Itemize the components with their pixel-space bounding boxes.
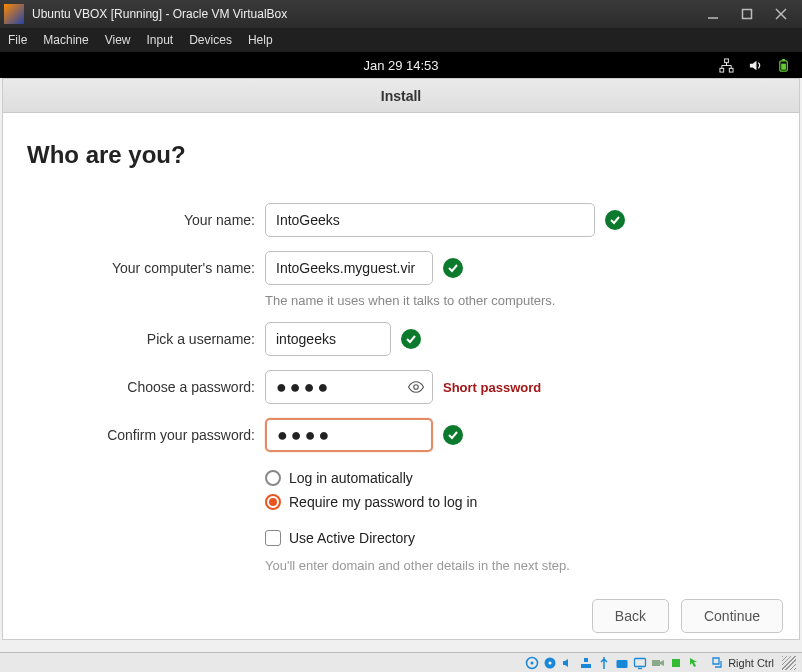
volume-icon[interactable] [748, 58, 763, 73]
label-confirm: Confirm your password: [27, 427, 255, 443]
vbox-window-title: Ubuntu VBOX [Running] - Oracle VM Virtua… [32, 7, 696, 21]
svg-rect-8 [782, 58, 785, 60]
menu-machine[interactable]: Machine [43, 33, 88, 47]
svg-point-14 [548, 661, 551, 664]
host-key-label: Right Ctrl [728, 657, 774, 669]
hdd-icon[interactable] [524, 655, 539, 670]
install-title: Install [381, 88, 421, 104]
svg-rect-16 [584, 658, 588, 662]
checkbox-label: Use Active Directory [289, 530, 415, 546]
computer-name-input[interactable] [265, 251, 433, 285]
audio-icon[interactable] [560, 655, 575, 670]
keyboard-icon [711, 656, 724, 669]
display-icon[interactable] [632, 655, 647, 670]
install-body: Who are you? Your name: Your computer's … [3, 113, 799, 639]
menu-input[interactable]: Input [147, 33, 174, 47]
menu-help[interactable]: Help [248, 33, 273, 47]
vbox-titlebar: Ubuntu VBOX [Running] - Oracle VM Virtua… [0, 0, 802, 28]
check-icon [401, 329, 421, 349]
label-computer: Your computer's name: [27, 260, 255, 276]
install-titlebar: Install [3, 79, 799, 113]
label-name: Your name: [27, 212, 255, 228]
name-input[interactable] [265, 203, 595, 237]
check-icon [443, 258, 463, 278]
svg-rect-6 [729, 68, 733, 72]
svg-rect-17 [616, 660, 627, 668]
back-button[interactable]: Back [592, 599, 669, 633]
eye-icon[interactable] [407, 378, 425, 396]
radio-icon [265, 470, 281, 486]
username-input[interactable] [265, 322, 391, 356]
recording-icon[interactable] [650, 655, 665, 670]
svg-point-12 [530, 661, 533, 664]
user-form: Your name: Your computer's name: The nam… [27, 203, 775, 573]
shared-folder-icon[interactable] [614, 655, 629, 670]
radio-require-password[interactable]: Require my password to log in [265, 494, 775, 510]
checkbox-icon [265, 530, 281, 546]
ubuntu-system-tray[interactable] [719, 58, 792, 73]
svg-rect-4 [725, 58, 729, 62]
menu-file[interactable]: File [8, 33, 27, 47]
vbox-status-icons [524, 655, 701, 670]
optical-icon[interactable] [542, 655, 557, 670]
minimize-button[interactable] [696, 3, 730, 25]
continue-button[interactable]: Continue [681, 599, 783, 633]
close-button[interactable] [764, 3, 798, 25]
network2-icon[interactable] [578, 655, 593, 670]
confirm-password-input[interactable] [265, 418, 433, 452]
vbox-statusbar: Right Ctrl [0, 652, 802, 672]
svg-point-10 [414, 385, 419, 390]
svg-rect-15 [581, 664, 591, 668]
vbox-menubar: File Machine View Input Devices Help [0, 28, 802, 52]
radio-label: Log in automatically [289, 470, 413, 486]
menu-devices[interactable]: Devices [189, 33, 232, 47]
battery-icon[interactable] [777, 58, 792, 73]
page-heading: Who are you? [27, 141, 775, 169]
svg-rect-20 [652, 660, 660, 666]
radio-icon [265, 494, 281, 510]
password-strength: Short password [443, 380, 541, 395]
checkbox-active-directory[interactable]: Use Active Directory [265, 530, 775, 546]
processor-icon[interactable] [668, 655, 683, 670]
resize-grip-icon[interactable] [782, 656, 796, 670]
svg-rect-9 [781, 63, 786, 69]
svg-rect-18 [634, 658, 645, 666]
network-icon[interactable] [719, 58, 734, 73]
ubuntu-topbar: Jan 29 14:53 [0, 52, 802, 78]
vbox-logo-icon [4, 4, 24, 24]
check-icon [605, 210, 625, 230]
label-username: Pick a username: [27, 331, 255, 347]
maximize-button[interactable] [730, 3, 764, 25]
host-key-indicator[interactable]: Right Ctrl [711, 656, 774, 669]
svg-rect-1 [743, 10, 752, 19]
radio-auto-login[interactable]: Log in automatically [265, 470, 775, 486]
mouse-integration-icon[interactable] [686, 655, 701, 670]
label-password: Choose a password: [27, 379, 255, 395]
active-directory-hint: You'll enter domain and other details in… [265, 558, 775, 573]
usb-icon[interactable] [596, 655, 611, 670]
menu-view[interactable]: View [105, 33, 131, 47]
check-icon [443, 425, 463, 445]
radio-label: Require my password to log in [289, 494, 477, 510]
install-window: Install Who are you? Your name: Your com… [2, 78, 800, 640]
clock[interactable]: Jan 29 14:53 [363, 58, 438, 73]
nav-buttons: Back Continue [592, 599, 783, 633]
svg-rect-5 [720, 68, 724, 72]
computer-name-hint: The name it uses when it talks to other … [265, 293, 775, 308]
svg-rect-21 [672, 659, 680, 667]
